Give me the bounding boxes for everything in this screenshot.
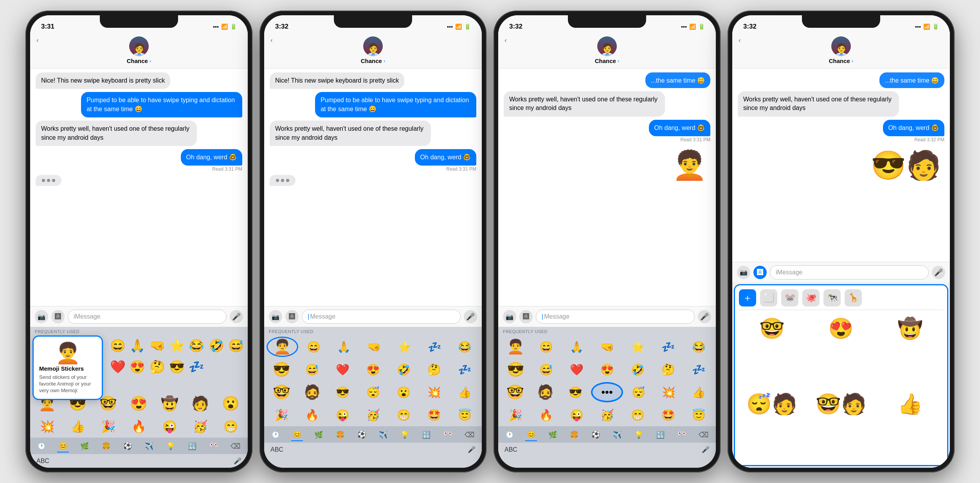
emoji-cell[interactable]: ⭐ <box>623 337 652 357</box>
delete-tab[interactable]: ⌫ <box>229 440 242 452</box>
appstore-button[interactable]: 🅰 <box>51 310 65 323</box>
memoji-cell[interactable]: 😮 <box>216 393 245 414</box>
emoji-cell[interactable]: 🔥 <box>297 405 327 425</box>
emoji-cell[interactable]: 😇 <box>684 405 713 425</box>
contact-name[interactable]: Chance <box>127 58 148 64</box>
emoji-cell[interactable]: 🤩 <box>419 405 449 425</box>
emoji-cell[interactable]: 🥳 <box>358 405 388 425</box>
emoji-cell[interactable]: 🎉 <box>501 405 530 425</box>
emoji-cell[interactable]: 😮 <box>389 382 418 402</box>
recents-tab[interactable]: 🕐 <box>36 440 47 452</box>
emoji-cell[interactable]: 😴 <box>358 382 388 402</box>
emoji-cell[interactable]: 💤 <box>653 337 683 357</box>
emoji-cell[interactable]: 💤 <box>420 337 449 357</box>
emoji-cell[interactable]: 👍 <box>684 382 713 402</box>
emoji-cell[interactable]: 🙏 <box>562 337 591 357</box>
sticker-cell-3[interactable]: 🤠 <box>877 313 943 344</box>
emoji-cell[interactable]: 💤 <box>450 359 479 380</box>
nature-tab[interactable]: 🌿 <box>547 429 558 441</box>
emoji-cell[interactable]: 😁 <box>389 405 418 425</box>
emoji-cell[interactable]: 🤔 <box>419 359 449 380</box>
nature-tab[interactable]: 🌿 <box>79 440 90 452</box>
camera-button[interactable]: 📷 <box>35 310 48 323</box>
emoji-cell[interactable]: 💥 <box>419 382 449 402</box>
emoji-cell[interactable]: 😜 <box>155 416 184 436</box>
emoji-cell[interactable]: 😜 <box>562 405 591 425</box>
mic-button[interactable]: 🎤 <box>698 310 711 323</box>
sticker-type-giraffe[interactable]: 🦒 <box>845 289 862 306</box>
mic-icon[interactable]: 🎤 <box>702 446 710 453</box>
message-input[interactable]: iMessage <box>770 265 929 279</box>
symbols-tab[interactable]: 🔣 <box>420 429 432 441</box>
mic-button[interactable]: 🎤 <box>230 310 243 323</box>
emoji-cell[interactable]: 😅 <box>227 335 245 356</box>
emoji-cell[interactable]: 👍 <box>63 416 92 436</box>
emoji-cell[interactable]: 🙏 <box>329 337 358 357</box>
sticker-cell-4[interactable]: 😴🧑 <box>739 389 805 420</box>
contact-name[interactable]: Chance <box>595 58 616 64</box>
emoji-cell[interactable]: 🤔 <box>653 359 683 380</box>
objects-tab[interactable]: 💡 <box>633 429 645 441</box>
emoji-cell[interactable]: 💥 <box>654 382 683 402</box>
memoji-cell[interactable]: 🤓 <box>501 382 530 402</box>
emoji-cell[interactable]: 🔥 <box>531 405 561 425</box>
emoji-cell[interactable]: 🤩 <box>653 405 683 425</box>
emoji-cell[interactable]: 😅 <box>297 359 327 380</box>
mic-button[interactable]: 🎤 <box>932 266 945 279</box>
back-button[interactable]: ‹ <box>36 36 39 44</box>
emoji-tab[interactable]: 😊 <box>525 429 537 441</box>
emoji-tab[interactable]: 😊 <box>291 429 303 441</box>
sticker-type-gray[interactable]: ⬜ <box>760 289 777 306</box>
memoji-cell[interactable]: 😍 <box>124 393 153 414</box>
travel-tab[interactable]: ✈️ <box>143 440 155 452</box>
mic-button[interactable]: 🎤 <box>464 310 477 323</box>
emoji-cell[interactable]: ⭐ <box>168 335 186 356</box>
emoji-cell[interactable]: 💤 <box>684 359 713 380</box>
back-button[interactable]: ‹ <box>739 36 741 44</box>
emoji-cell[interactable]: ❤️ <box>108 357 127 377</box>
flags-tab[interactable]: 🎌 <box>442 429 454 441</box>
add-sticker-button[interactable]: ＋ <box>739 289 756 306</box>
sticker-cell-5[interactable]: 🤓🧑 <box>808 389 874 420</box>
emoji-cell[interactable]: 🤜 <box>592 337 622 357</box>
emoji-cell[interactable]: 😄 <box>299 337 328 357</box>
memoji-cell[interactable]: 🧑 <box>186 393 214 414</box>
emoji-cell[interactable]: 😄 <box>531 337 561 357</box>
message-input[interactable]: Message <box>302 310 461 324</box>
back-button[interactable]: ‹ <box>270 36 273 44</box>
contact-name[interactable]: Chance <box>829 58 850 64</box>
food-tab[interactable]: 🍔 <box>334 429 346 441</box>
memoji-cell[interactable]: 🤓 <box>267 382 296 402</box>
delete-tab[interactable]: ⌫ <box>463 429 476 441</box>
activity-tab[interactable]: ⚽ <box>356 429 368 441</box>
activity-tab[interactable]: ⚽ <box>590 429 602 441</box>
camera-button[interactable]: 📷 <box>503 310 516 323</box>
memoji-cell[interactable]: 🧔 <box>531 382 560 402</box>
delete-tab[interactable]: ⌫ <box>697 429 710 441</box>
emoji-cell[interactable]: 😎 <box>328 382 357 402</box>
emoji-cell[interactable]: 😎 <box>168 357 186 377</box>
abc-label[interactable]: ABC <box>36 458 49 465</box>
sticker-type-mouse[interactable]: 🐭 <box>781 289 798 306</box>
emoji-cell[interactable]: 💥 <box>32 416 61 436</box>
emoji-cell[interactable]: 🥳 <box>186 416 214 436</box>
emoji-cell[interactable]: 🎉 <box>267 405 296 425</box>
appstore-button[interactable]: 🅰 <box>519 310 533 323</box>
emoji-cell[interactable]: ⭐ <box>390 337 419 357</box>
emoji-tab[interactable]: 😊 <box>57 440 69 452</box>
recents-tab[interactable]: 🕐 <box>504 429 515 441</box>
food-tab[interactable]: 🍔 <box>568 429 580 441</box>
travel-tab[interactable]: ✈️ <box>611 429 623 441</box>
emoji-cell[interactable]: 😂 <box>450 337 479 357</box>
emoji-cell[interactable]: 🙏 <box>128 335 147 356</box>
emoji-cell[interactable]: 🤜 <box>148 335 167 356</box>
emoji-cell[interactable]: 😍 <box>592 359 622 380</box>
emoji-cell[interactable]: 🤣 <box>623 359 652 380</box>
symbols-tab[interactable]: 🔣 <box>654 429 666 441</box>
emoji-cell[interactable]: 😎 <box>561 382 590 402</box>
memoji-cell[interactable]: 🧑‍🦱 <box>501 337 530 357</box>
emoji-cell[interactable]: 🔥 <box>124 416 153 436</box>
sticker-cell-2[interactable]: 😍 <box>808 313 874 344</box>
flags-tab[interactable]: 🎌 <box>208 440 220 452</box>
emoji-cell[interactable]: ❤️ <box>328 359 357 380</box>
